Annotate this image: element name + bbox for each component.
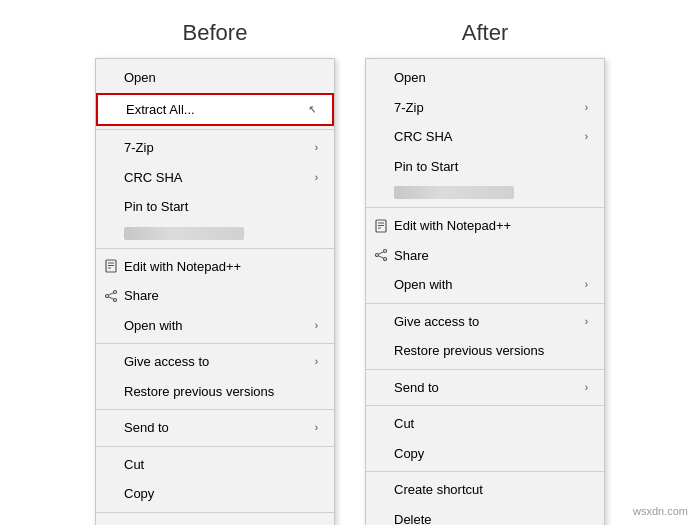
after-column: After Open 7-Zip › CRC SHA › Pin to Star… bbox=[365, 20, 605, 525]
blurred-text bbox=[394, 186, 514, 199]
arrow-icon: › bbox=[315, 318, 318, 333]
arrow-icon: › bbox=[315, 170, 318, 185]
arrow-icon: › bbox=[585, 314, 588, 329]
separator-a1 bbox=[366, 207, 604, 208]
before-item-open[interactable]: Open bbox=[96, 63, 334, 93]
arrow-icon: › bbox=[585, 277, 588, 292]
before-item-cut[interactable]: Cut bbox=[96, 450, 334, 480]
svg-point-13 bbox=[384, 250, 387, 253]
svg-line-8 bbox=[108, 297, 113, 299]
before-title: Before bbox=[183, 20, 248, 46]
before-item-copy[interactable]: Copy bbox=[96, 479, 334, 509]
arrow-icon: › bbox=[585, 129, 588, 144]
separator-a4 bbox=[366, 405, 604, 406]
separator-2 bbox=[96, 248, 334, 249]
before-item-giveaccess[interactable]: Give access to › bbox=[96, 347, 334, 377]
separator-6 bbox=[96, 512, 334, 513]
after-item-openwith[interactable]: Open with › bbox=[366, 270, 604, 300]
separator-a3 bbox=[366, 369, 604, 370]
after-item-createshortcut[interactable]: Create shortcut bbox=[366, 475, 604, 505]
before-context-menu: Open Extract All... ↖ 7-Zip › CRC SHA › … bbox=[95, 58, 335, 525]
svg-point-14 bbox=[376, 254, 379, 257]
after-item-copy[interactable]: Copy bbox=[366, 439, 604, 469]
before-item-pintostart[interactable]: Pin to Start bbox=[96, 192, 334, 222]
after-item-share[interactable]: Share bbox=[366, 241, 604, 271]
arrow-icon: › bbox=[315, 354, 318, 369]
before-item-openwith[interactable]: Open with › bbox=[96, 311, 334, 341]
separator-4 bbox=[96, 409, 334, 410]
svg-line-16 bbox=[378, 252, 383, 254]
before-item-crcsha[interactable]: CRC SHA › bbox=[96, 163, 334, 193]
after-item-crcsha[interactable]: CRC SHA › bbox=[366, 122, 604, 152]
arrow-icon: › bbox=[585, 100, 588, 115]
watermark: wsxdn.com bbox=[633, 505, 688, 517]
before-item-7zip[interactable]: 7-Zip › bbox=[96, 133, 334, 163]
before-item-restore[interactable]: Restore previous versions bbox=[96, 377, 334, 407]
notepad-icon bbox=[102, 257, 120, 275]
before-item-share[interactable]: Share bbox=[96, 281, 334, 311]
notepad-icon bbox=[372, 217, 390, 235]
after-item-7zip[interactable]: 7-Zip › bbox=[366, 93, 604, 123]
share-icon bbox=[102, 287, 120, 305]
svg-line-17 bbox=[378, 256, 383, 258]
arrow-icon: › bbox=[315, 420, 318, 435]
before-item-createshortcut[interactable]: Create shortcut bbox=[96, 516, 334, 526]
after-item-open[interactable]: Open bbox=[366, 63, 604, 93]
blurred-text bbox=[124, 227, 244, 240]
before-column: Before Open Extract All... ↖ 7-Zip › CRC… bbox=[95, 20, 335, 525]
share-icon bbox=[372, 246, 390, 264]
after-title: After bbox=[462, 20, 508, 46]
after-item-cut[interactable]: Cut bbox=[366, 409, 604, 439]
after-context-menu: Open 7-Zip › CRC SHA › Pin to Start bbox=[365, 58, 605, 525]
svg-line-7 bbox=[108, 293, 113, 295]
separator-1 bbox=[96, 129, 334, 130]
after-item-delete[interactable]: Delete bbox=[366, 505, 604, 526]
before-item-sendto[interactable]: Send to › bbox=[96, 413, 334, 443]
separator-5 bbox=[96, 446, 334, 447]
after-item-pintostart[interactable]: Pin to Start bbox=[366, 152, 604, 182]
separator-a5 bbox=[366, 471, 604, 472]
svg-point-5 bbox=[106, 294, 109, 297]
svg-point-4 bbox=[114, 290, 117, 293]
before-item-notepad[interactable]: Edit with Notepad++ bbox=[96, 252, 334, 282]
after-item-notepad[interactable]: Edit with Notepad++ bbox=[366, 211, 604, 241]
svg-point-15 bbox=[384, 258, 387, 261]
arrow-icon: › bbox=[315, 140, 318, 155]
before-item-extract[interactable]: Extract All... ↖ bbox=[96, 93, 334, 127]
separator-a2 bbox=[366, 303, 604, 304]
before-item-blurred bbox=[96, 222, 334, 245]
comparison-wrapper: Before Open Extract All... ↖ 7-Zip › CRC… bbox=[10, 20, 690, 525]
arrow-icon: › bbox=[585, 380, 588, 395]
after-item-giveaccess[interactable]: Give access to › bbox=[366, 307, 604, 337]
separator-3 bbox=[96, 343, 334, 344]
after-item-sendto[interactable]: Send to › bbox=[366, 373, 604, 403]
svg-point-6 bbox=[114, 298, 117, 301]
after-item-restore[interactable]: Restore previous versions bbox=[366, 336, 604, 366]
after-item-blurred bbox=[366, 181, 604, 204]
